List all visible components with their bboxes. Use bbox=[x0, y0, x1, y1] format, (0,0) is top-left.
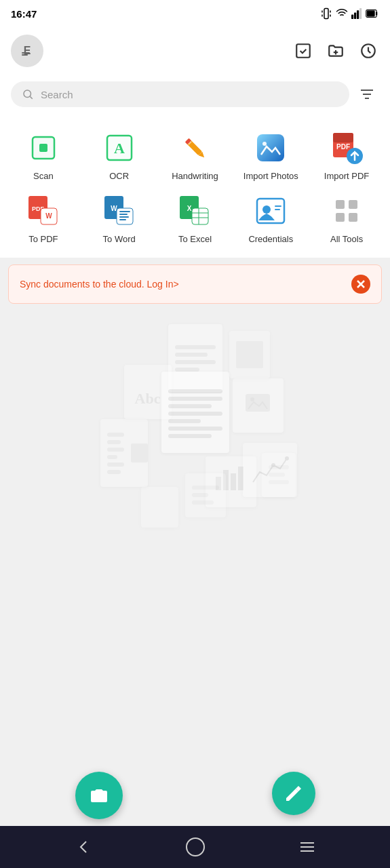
filter-icon bbox=[359, 86, 375, 102]
vibrate-icon bbox=[320, 7, 332, 20]
svg-rect-2 bbox=[354, 12, 356, 19]
close-icon bbox=[356, 279, 366, 289]
svg-rect-21 bbox=[39, 144, 47, 152]
scan-icon-wrapper bbox=[24, 129, 62, 167]
bottom-nav bbox=[0, 826, 390, 868]
nav-home-btn[interactable] bbox=[179, 831, 212, 863]
tool-import-photos[interactable]: Import Photos bbox=[238, 129, 303, 181]
svg-rect-57 bbox=[336, 213, 345, 222]
sync-text[interactable]: Sync documents to the cloud. Log In> bbox=[20, 279, 351, 290]
svg-rect-31 bbox=[333, 133, 353, 142]
doc-tile-main bbox=[161, 372, 229, 453]
to-excel-icon: X bbox=[177, 193, 212, 229]
svg-point-67 bbox=[271, 463, 275, 467]
home-icon bbox=[184, 836, 206, 858]
svg-rect-11 bbox=[296, 44, 310, 58]
app-logo: E bbox=[11, 35, 43, 67]
all-tools-icon-wrapper bbox=[328, 192, 366, 230]
svg-rect-0 bbox=[324, 9, 328, 19]
tool-to-pdf[interactable]: PDF W To PDF bbox=[11, 192, 76, 244]
add-folder-icon-btn[interactable] bbox=[325, 40, 347, 62]
camera-fab-icon bbox=[89, 785, 109, 806]
menu-icon bbox=[298, 837, 317, 856]
doc-tile-bottom bbox=[185, 473, 226, 517]
svg-rect-1 bbox=[351, 15, 353, 19]
credentials-icon-wrapper bbox=[252, 192, 290, 230]
svg-point-70 bbox=[187, 838, 204, 856]
sync-close-btn[interactable] bbox=[351, 275, 370, 294]
scan-label: Scan bbox=[33, 171, 54, 181]
tool-credentials[interactable]: Credentials bbox=[238, 192, 303, 244]
to-pdf-label: To PDF bbox=[28, 234, 58, 244]
svg-rect-43 bbox=[119, 216, 129, 218]
checkbox-icon bbox=[294, 42, 312, 60]
to-pdf-icon-wrapper: PDF W bbox=[24, 192, 62, 230]
svg-point-15 bbox=[24, 90, 31, 98]
tool-ocr[interactable]: A OCR bbox=[87, 129, 152, 181]
status-bar: 16:47 bbox=[0, 0, 390, 27]
svg-rect-53 bbox=[275, 205, 281, 207]
svg-text:A: A bbox=[114, 140, 125, 157]
tool-handwriting[interactable]: Handwriting bbox=[162, 129, 227, 181]
svg-line-16 bbox=[30, 96, 32, 98]
import-photos-label: Import Photos bbox=[243, 171, 298, 181]
svg-rect-9 bbox=[22, 52, 30, 54]
import-pdf-icon: PDF bbox=[329, 130, 364, 165]
ocr-label: OCR bbox=[109, 171, 129, 181]
edit-fab[interactable] bbox=[272, 772, 315, 815]
svg-point-29 bbox=[262, 142, 267, 146]
nav-back-btn[interactable] bbox=[67, 831, 100, 863]
history-icon bbox=[359, 42, 377, 60]
tool-import-pdf[interactable]: PDF Import PDF bbox=[314, 129, 379, 181]
svg-rect-65 bbox=[231, 473, 236, 490]
history-icon-btn[interactable] bbox=[357, 40, 379, 62]
ocr-icon-wrapper: A bbox=[100, 129, 138, 167]
nav-menu-btn[interactable] bbox=[291, 831, 324, 863]
search-bar[interactable]: Search bbox=[11, 81, 349, 107]
to-pdf-icon: PDF W bbox=[26, 193, 61, 229]
handwriting-label: Handwriting bbox=[172, 171, 218, 181]
filter-btn[interactable] bbox=[355, 82, 379, 106]
svg-point-52 bbox=[262, 205, 271, 214]
wifi-icon bbox=[336, 7, 348, 20]
svg-rect-41 bbox=[119, 211, 130, 212]
svg-text:PDF: PDF bbox=[336, 143, 350, 151]
tool-to-word[interactable]: W To Word bbox=[87, 192, 152, 244]
back-icon bbox=[74, 837, 93, 856]
signal-icon bbox=[351, 7, 362, 20]
tools-row-1: Scan A OCR bbox=[0, 123, 390, 186]
handwriting-icon bbox=[177, 130, 212, 165]
doc-tile-text-left bbox=[100, 419, 148, 487]
doc-tile-graph bbox=[243, 443, 297, 497]
tool-all-tools[interactable]: All Tools bbox=[314, 192, 379, 244]
search-icon bbox=[22, 88, 34, 100]
svg-rect-4 bbox=[359, 8, 362, 19]
import-pdf-icon-wrapper: PDF bbox=[328, 129, 366, 167]
import-photos-icon bbox=[253, 130, 288, 165]
tool-to-excel[interactable]: X To Excel bbox=[162, 192, 227, 244]
svg-rect-61 bbox=[246, 394, 270, 412]
status-icons bbox=[320, 7, 379, 20]
credentials-icon bbox=[253, 193, 288, 229]
to-word-icon: W bbox=[102, 193, 137, 229]
add-folder-icon bbox=[327, 42, 345, 60]
search-container: Search bbox=[0, 76, 390, 115]
doc-tile-photo bbox=[233, 378, 284, 433]
svg-rect-44 bbox=[119, 219, 126, 220]
camera-fab[interactable] bbox=[75, 772, 123, 819]
svg-point-68 bbox=[285, 456, 289, 460]
header: E bbox=[0, 27, 390, 76]
to-excel-icon-wrapper: X bbox=[176, 192, 214, 230]
header-actions bbox=[292, 40, 379, 62]
tools-row-2: PDF W To PDF W T bbox=[0, 186, 390, 250]
svg-text:W: W bbox=[45, 212, 52, 220]
import-photos-icon-wrapper bbox=[252, 129, 290, 167]
tool-scan[interactable]: Scan bbox=[11, 129, 76, 181]
svg-rect-10 bbox=[22, 54, 28, 56]
svg-rect-58 bbox=[349, 213, 357, 222]
svg-rect-6 bbox=[367, 11, 374, 16]
svg-text:X: X bbox=[187, 205, 192, 212]
to-word-label: To Word bbox=[103, 234, 136, 244]
checkbox-icon-btn[interactable] bbox=[292, 40, 314, 62]
doc-tile-bottom-left bbox=[141, 487, 178, 528]
